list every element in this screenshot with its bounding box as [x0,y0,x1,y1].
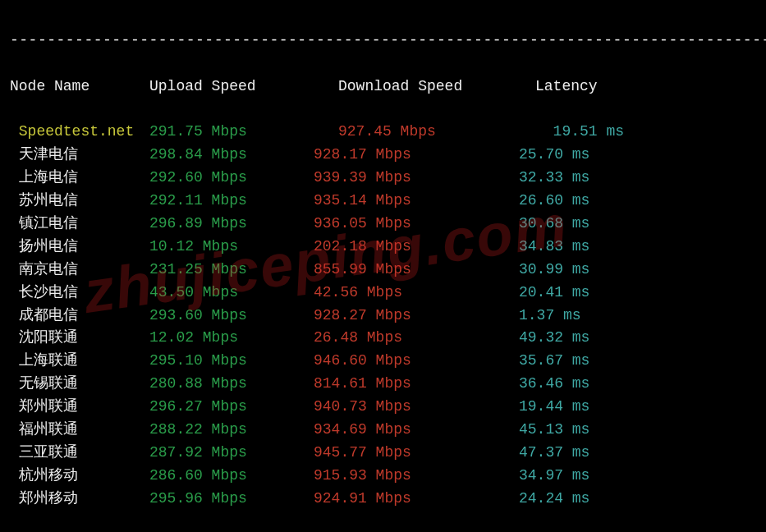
latency: 19.51 ms [535,121,624,144]
table-body: Speedtest.net291.75 Mbps927.45 Mbps 19.5… [10,121,756,510]
latency: 36.46 ms [519,373,589,396]
table-row: 无锡联通280.88 Mbps814.61 Mbps36.46 ms [10,373,756,396]
node-name: 天津电信 [10,144,149,167]
table-row: 郑州移动295.96 Mbps924.91 Mbps24.24 ms [10,488,756,511]
node-name: 沈阳联通 [10,327,149,350]
latency: 20.41 ms [519,282,589,305]
table-row: 郑州联通296.27 Mbps940.73 Mbps19.44 ms [10,396,756,419]
download-speed: 924.91 Mbps [314,488,519,511]
latency: 32.33 ms [519,167,589,190]
node-name: 无锡联通 [10,373,149,396]
download-speed: 934.69 Mbps [314,419,519,442]
latency: 19.44 ms [519,396,589,419]
header-download: Download Speed [338,76,535,99]
download-speed: 915.93 Mbps [314,465,519,488]
upload-speed: 295.10 Mbps [149,350,314,373]
upload-speed: 293.60 Mbps [149,305,314,328]
download-speed: 855.99 Mbps [314,259,519,282]
download-speed: 936.05 Mbps [314,213,519,236]
download-speed: 814.61 Mbps [314,373,519,396]
table-row: 沈阳联通12.02 Mbps26.48 Mbps49.32 ms [10,327,756,350]
table-row: 杭州移动286.60 Mbps915.93 Mbps34.97 ms [10,465,756,488]
upload-speed: 286.60 Mbps [149,465,314,488]
latency: 34.97 ms [519,465,589,488]
table-row: 成都电信293.60 Mbps928.27 Mbps1.37 ms [10,305,756,328]
node-name: 成都电信 [10,305,149,328]
node-name: 镇江电信 [10,213,149,236]
header-node-name: Node Name [10,76,149,99]
download-speed: 935.14 Mbps [314,190,519,213]
table-row: 长沙电信43.50 Mbps42.56 Mbps20.41 ms [10,282,756,305]
node-name: 郑州移动 [10,488,149,511]
table-header: Node NameUpload SpeedDownload SpeedLaten… [10,76,756,99]
download-speed: 42.56 Mbps [314,282,519,305]
latency: 1.37 ms [519,305,581,328]
table-row: 天津电信298.84 Mbps928.17 Mbps25.70 ms [10,144,756,167]
node-name: 南京电信 [10,259,149,282]
latency: 30.99 ms [519,259,589,282]
latency: 34.83 ms [519,236,589,259]
terminal-output: ----------------------------------------… [0,0,766,532]
table-row: Speedtest.net291.75 Mbps927.45 Mbps 19.5… [10,121,756,144]
node-name: 杭州移动 [10,465,149,488]
node-name: 郑州联通 [10,396,149,419]
node-name: Speedtest.net [10,121,149,144]
latency: 35.67 ms [519,350,589,373]
upload-speed: 43.50 Mbps [149,282,314,305]
upload-speed: 292.11 Mbps [149,190,314,213]
header-upload: Upload Speed [149,76,338,99]
latency: 45.13 ms [519,419,589,442]
download-speed: 939.39 Mbps [314,167,519,190]
upload-speed: 287.92 Mbps [149,442,314,465]
download-speed: 202.18 Mbps [314,236,519,259]
table-row: 扬州电信10.12 Mbps202.18 Mbps34.83 ms [10,236,756,259]
upload-speed: 10.12 Mbps [149,236,314,259]
latency: 24.24 ms [519,488,589,511]
table-row: 上海联通295.10 Mbps946.60 Mbps35.67 ms [10,350,756,373]
table-row: 苏州电信292.11 Mbps935.14 Mbps26.60 ms [10,190,756,213]
download-speed: 927.45 Mbps [338,121,535,144]
download-speed: 940.73 Mbps [314,396,519,419]
download-speed: 928.17 Mbps [314,144,519,167]
latency: 30.68 ms [519,213,589,236]
latency: 26.60 ms [519,190,589,213]
upload-speed: 292.60 Mbps [149,167,314,190]
upload-speed: 288.22 Mbps [149,419,314,442]
latency: 49.32 ms [519,327,589,350]
node-name: 苏州电信 [10,190,149,213]
upload-speed: 298.84 Mbps [149,144,314,167]
header-latency: Latency [535,76,699,99]
upload-speed: 280.88 Mbps [149,373,314,396]
download-speed: 945.77 Mbps [314,442,519,465]
node-name: 福州联通 [10,419,149,442]
latency: 47.37 ms [519,442,589,465]
download-speed: 26.48 Mbps [314,327,519,350]
node-name: 上海电信 [10,167,149,190]
upload-speed: 296.27 Mbps [149,396,314,419]
upload-speed: 295.96 Mbps [149,488,314,511]
upload-speed: 231.25 Mbps [149,259,314,282]
download-speed: 928.27 Mbps [314,305,519,328]
table-row: 南京电信231.25 Mbps855.99 Mbps30.99 ms [10,259,756,282]
latency: 25.70 ms [519,144,589,167]
table-row: 三亚联通287.92 Mbps945.77 Mbps47.37 ms [10,442,756,465]
node-name: 上海联通 [10,350,149,373]
download-speed: 946.60 Mbps [314,350,519,373]
node-name: 三亚联通 [10,442,149,465]
table-row: 镇江电信296.89 Mbps936.05 Mbps30.68 ms [10,213,756,236]
node-name: 扬州电信 [10,236,149,259]
table-row: 上海电信292.60 Mbps939.39 Mbps32.33 ms [10,167,756,190]
upload-speed: 291.75 Mbps [149,121,338,144]
upload-speed: 12.02 Mbps [149,327,314,350]
table-row: 福州联通288.22 Mbps934.69 Mbps45.13 ms [10,419,756,442]
divider-top: ----------------------------------------… [10,30,756,53]
node-name: 长沙电信 [10,282,149,305]
upload-speed: 296.89 Mbps [149,213,314,236]
